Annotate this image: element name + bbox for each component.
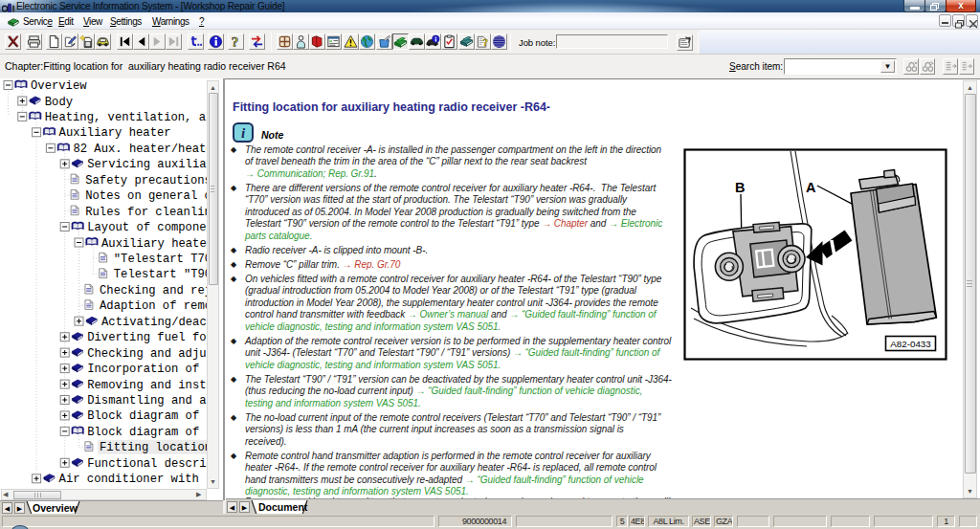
svg-text:Block diagram of auxi: Block diagram of auxi (87, 409, 207, 423)
svg-text:82 Aux. heater/heater boost: 82 Aux. heater/heater boost (73, 143, 207, 156)
svg-text:A82-0433: A82-0433 (890, 339, 931, 349)
svg-text:Checking and adjusting: Checking and adjusting (87, 347, 207, 361)
svg-text:Safety precautions for: Safety precautions for (85, 174, 207, 187)
svg-text:Servicing auxiliary heate: Servicing auxiliary heate (87, 158, 207, 171)
svg-text:Adaption of remote: Adaption of remote (100, 299, 207, 313)
svg-text:Activating/deactivat: Activating/deactivat (101, 316, 207, 329)
svg-text:?: ? (483, 36, 489, 48)
svg-text:?: ? (232, 34, 239, 49)
svg-text:Telestart "T90" r: Telestart "T90" r (114, 268, 207, 281)
svg-text:A: A (806, 180, 816, 195)
svg-text:Block diagram of aux: Block diagram of aux (87, 426, 207, 439)
svg-text:Dismantling and assemb: Dismantling and assemb (87, 394, 207, 408)
svg-text:Heating, ventilation, air cond: Heating, ventilation, air condit (45, 111, 207, 124)
svg-text:Functional description: Functional description (87, 457, 207, 471)
svg-text:Incorporation of auxil: Incorporation of auxil (87, 363, 207, 376)
svg-text:Fitting location: Fitting location (100, 441, 207, 454)
svg-text:Rules for cleanliness: Rules for cleanliness (85, 206, 207, 219)
svg-text:"Telestart T70" re: "Telestart T70" re (114, 253, 207, 266)
svg-text:Removing and installin: Removing and installin (87, 379, 207, 392)
svg-text:Air conditioner with re: Air conditioner with re (59, 473, 207, 486)
svg-text:Notes on general oper: Notes on general oper (85, 189, 207, 203)
svg-text:B: B (735, 180, 745, 195)
svg-text:Overview: Overview (31, 79, 87, 93)
svg-text:Layout of components: Layout of components (87, 221, 207, 234)
svg-text:Body: Body (45, 96, 73, 109)
svg-text:Diverting fuel for auxi: Diverting fuel for auxi (87, 331, 207, 344)
svg-text:Checking and rejectin: Checking and rejectin (100, 284, 207, 298)
svg-text:Auxiliary heater: Auxiliary heater (59, 126, 171, 140)
svg-text:Auxiliary heater wit: Auxiliary heater wit (101, 237, 207, 251)
